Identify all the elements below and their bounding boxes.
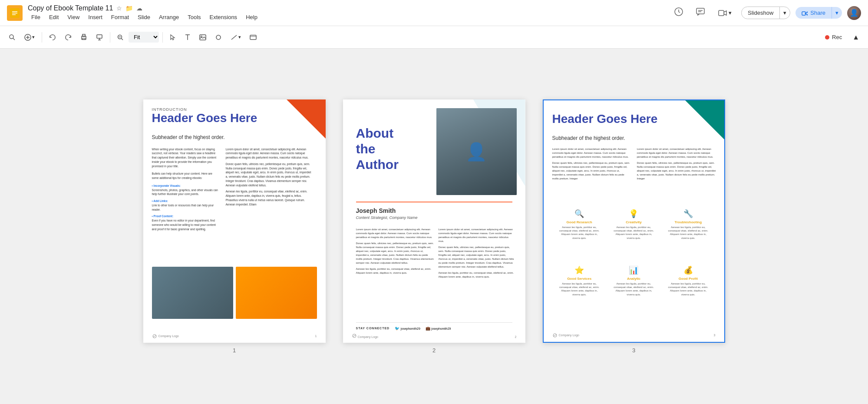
menu-view[interactable]: View bbox=[64, 13, 83, 21]
star-icon[interactable]: ☆ bbox=[116, 5, 122, 12]
svg-rect-1 bbox=[12, 11, 17, 12]
line-button[interactable]: ▾ bbox=[227, 32, 244, 43]
svg-rect-5 bbox=[696, 8, 704, 14]
slide-1-logo: Company Logo bbox=[152, 334, 179, 338]
icon-creativity: 💡 Creativity Aenean leo ligula, porttito… bbox=[612, 209, 655, 240]
slide-1-body-right: Lorem ipsum dolor sit amet, consectetuer… bbox=[226, 147, 313, 207]
icon-troubleshooting: 🔧 Troubleshooting Aenean leo ligula, por… bbox=[667, 209, 710, 240]
search-button[interactable] bbox=[5, 31, 19, 43]
svg-point-15 bbox=[10, 35, 13, 39]
undo-button[interactable] bbox=[46, 31, 59, 43]
app-icon[interactable] bbox=[7, 5, 23, 21]
linkedin-icon: 💼 josephsmith29 bbox=[426, 326, 451, 331]
zoom-out-button[interactable] bbox=[114, 32, 127, 43]
slide-3-logo: Company Logo bbox=[552, 333, 579, 338]
services-text: Aenean leo ligula, porttitor eu, consequ… bbox=[558, 282, 601, 297]
slide-3-header: Header Goes Here bbox=[552, 113, 658, 126]
slide-3-page: 3 bbox=[714, 334, 716, 337]
share-button-group: Share ▾ bbox=[795, 7, 842, 19]
slide-1-triangle bbox=[287, 99, 326, 139]
slide-1-number: 1 bbox=[233, 347, 236, 354]
rec-label: Rec bbox=[832, 34, 842, 40]
icon-analytic: 📊 Analytic Aenean leo ligula, porttitor … bbox=[612, 265, 655, 297]
cursor-button[interactable] bbox=[166, 31, 179, 43]
embed-button[interactable] bbox=[246, 32, 260, 43]
svg-marker-29 bbox=[171, 35, 175, 40]
comment-button[interactable] bbox=[692, 3, 709, 22]
svg-line-39 bbox=[153, 335, 156, 337]
slide-3-triangle bbox=[685, 100, 724, 139]
slide-2-wrapper: About the Author Joseph Smith Content St… bbox=[343, 99, 525, 354]
doc-info: Copy of Ebook Template 11 ☆ 📁 ☁ File Edi… bbox=[28, 4, 261, 21]
slide-2-photo bbox=[436, 108, 517, 195]
slide-2-body-right: Lorem ipsum dolor sit amet, consectetuer… bbox=[439, 228, 515, 279]
avatar[interactable]: 👤 bbox=[847, 6, 861, 20]
menu-help[interactable]: Help bbox=[242, 13, 261, 21]
share-label: Share bbox=[810, 10, 825, 16]
share-dropdown[interactable]: ▾ bbox=[832, 7, 842, 19]
image-button[interactable] bbox=[196, 32, 210, 43]
menu-edit[interactable]: Edit bbox=[46, 13, 62, 21]
meet-button[interactable]: ▾ bbox=[714, 7, 736, 19]
svg-line-43 bbox=[553, 334, 557, 336]
creativity-icon: 💡 bbox=[629, 209, 638, 219]
slide-3[interactable]: Header Goes Here Subheader of the highes… bbox=[543, 99, 725, 343]
slide-2-about: About the Author bbox=[356, 126, 399, 172]
cloud-icon[interactable]: ☁ bbox=[136, 5, 142, 12]
folder-icon[interactable]: 📁 bbox=[125, 5, 133, 12]
svg-point-14 bbox=[805, 13, 806, 14]
svg-rect-2 bbox=[12, 13, 17, 13]
slide-2-social: STAY CONNECTED 🐦 josephsmith29 💼 josephs… bbox=[356, 326, 451, 331]
slide-2-number: 2 bbox=[432, 347, 436, 354]
rec-button[interactable]: Rec bbox=[822, 32, 845, 42]
menu-insert[interactable]: Insert bbox=[85, 13, 106, 21]
print-button[interactable] bbox=[77, 31, 91, 43]
menu-tools[interactable]: Tools bbox=[184, 13, 204, 21]
add-button[interactable]: ▾ bbox=[21, 31, 38, 43]
doc-title: Copy of Ebook Template 11 bbox=[28, 4, 113, 12]
menu-format[interactable]: Format bbox=[108, 13, 132, 21]
svg-rect-22 bbox=[83, 38, 85, 40]
slide-2[interactable]: About the Author Joseph Smith Content St… bbox=[343, 99, 525, 343]
slide-2-logo-text: Company Logo bbox=[357, 335, 378, 338]
slide-1[interactable]: INTRODUCTION Header Goes Here Subheader … bbox=[143, 99, 326, 343]
svg-rect-21 bbox=[83, 34, 85, 36]
menu-arrange[interactable]: Arrange bbox=[155, 13, 182, 21]
creativity-label: Creativity bbox=[626, 220, 641, 224]
title-bar-right: ▾ Slideshow ▾ Share ▾ 👤 bbox=[670, 3, 861, 22]
collapse-button[interactable]: ▲ bbox=[849, 31, 863, 44]
redo-button[interactable] bbox=[61, 31, 75, 43]
slide-1-logo-text: Company Logo bbox=[158, 334, 179, 338]
slide-1-wrapper: INTRODUCTION Header Goes Here Subheader … bbox=[143, 99, 326, 354]
slideshow-dropdown[interactable]: ▾ bbox=[779, 7, 790, 19]
menu-file[interactable]: File bbox=[28, 13, 44, 21]
main-area: INTRODUCTION Header Goes Here Subheader … bbox=[0, 49, 868, 404]
bullet-3: • Proof Content: Even if you have no edi… bbox=[152, 214, 219, 231]
analytic-label: Analytic bbox=[627, 277, 640, 281]
rec-dot bbox=[825, 35, 829, 40]
slide-1-footer: Company Logo 1 bbox=[152, 334, 317, 338]
slide-1-header: Header Goes Here bbox=[152, 112, 257, 125]
services-label: Good Services bbox=[567, 277, 591, 281]
linkedin-handle: josephsmith29 bbox=[431, 327, 451, 330]
shape-button[interactable] bbox=[211, 32, 225, 43]
svg-rect-8 bbox=[719, 10, 724, 16]
toolbar: ▾ Fit 50% 75% 100% ▾ bbox=[0, 26, 868, 49]
paint-format-button[interactable] bbox=[92, 31, 106, 43]
history-button[interactable] bbox=[670, 3, 687, 22]
slide-3-wrapper: Header Goes Here Subheader of the highes… bbox=[543, 99, 725, 354]
twitter-icon: 🐦 josephsmith29 bbox=[395, 326, 420, 331]
share-button[interactable]: Share bbox=[795, 7, 832, 19]
menu-slide[interactable]: Slide bbox=[134, 13, 154, 21]
menu-bar: File Edit View Insert Format Slide Arran… bbox=[28, 13, 261, 21]
slideshow-button[interactable]: Slideshow bbox=[742, 7, 779, 19]
text-button[interactable] bbox=[181, 31, 194, 43]
troubleshooting-label: Troubleshooting bbox=[674, 220, 702, 224]
profit-icon: 💰 bbox=[683, 265, 693, 275]
menu-extensions[interactable]: Extensions bbox=[206, 13, 241, 21]
slide-3-number: 3 bbox=[632, 347, 635, 354]
zoom-select[interactable]: Fit 50% 75% 100% bbox=[129, 32, 159, 43]
slides-container: INTRODUCTION Header Goes Here Subheader … bbox=[0, 49, 868, 404]
toolbar-right: Rec ▲ bbox=[822, 31, 863, 44]
troubleshooting-text: Aenean leo ligula, porttitor eu, consequ… bbox=[667, 225, 710, 240]
